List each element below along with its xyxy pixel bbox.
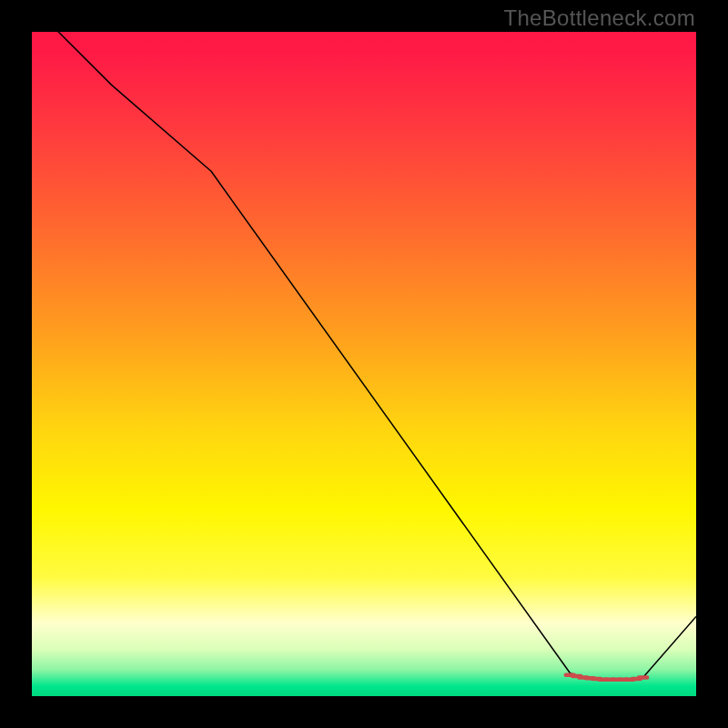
line-layer — [32, 32, 696, 696]
plot-area — [32, 32, 696, 696]
watermark-text: TheBottleneck.com — [503, 5, 695, 31]
chart-stage: TheBottleneck.com — [0, 0, 728, 728]
main-curve-path — [32, 32, 696, 680]
